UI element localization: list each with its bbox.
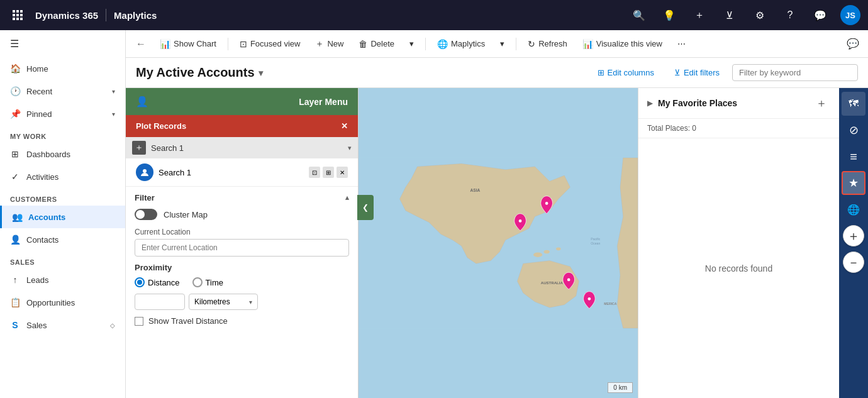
pin-icon: 📌 [10, 109, 20, 119]
search-add-button[interactable]: ＋ [132, 141, 146, 155]
maplytics-dropdown-button[interactable]: ▾ [494, 35, 511, 52]
sidebar-item-recent[interactable]: 🕐 Recent ▾ [0, 80, 125, 102]
accounts-icon: 👥 [12, 212, 22, 222]
search-action-1[interactable]: ⊡ [309, 167, 320, 178]
maplytics-button[interactable]: 🌐 Maplytics [431, 35, 491, 53]
chevron-down-icon: ▾ [112, 88, 115, 95]
chat-sidebar-icon[interactable]: 💬 [843, 34, 863, 54]
time-radio[interactable] [192, 277, 203, 287]
search-action-3[interactable]: ✕ [337, 167, 348, 178]
sidebar-item-activities[interactable]: ✓ Activities [0, 165, 125, 188]
distance-option[interactable]: Distance [135, 277, 180, 287]
chevron-down-icon: ▾ [500, 39, 504, 48]
show-chart-button[interactable]: 📊 Show Chart [153, 35, 223, 53]
kilometres-select[interactable]: Kilometres ▾ [189, 294, 258, 310]
sidebar-item-dashboards[interactable]: ⊞ Dashboards [0, 143, 125, 165]
sidebar-item-pinned[interactable]: 📌 Pinned ▾ [0, 102, 125, 125]
layers-button[interactable]: ⊘ [842, 118, 865, 142]
sidebar-item-leads[interactable]: ↑ Leads [0, 268, 125, 291]
globe-button[interactable]: 🌐 [842, 197, 865, 221]
favorite-places-content: No records found [638, 138, 839, 398]
map-view-button[interactable]: 🗺 [842, 92, 865, 116]
delete-icon: 🗑 [359, 39, 367, 49]
new-icon: ＋ [315, 38, 324, 50]
new-button[interactable]: ＋ New [309, 35, 350, 53]
view-actions: ⊞ Edit columns ⊻ Edit filters [590, 64, 859, 81]
layer-icon: 👤 [136, 96, 148, 108]
svg-rect-1 [16, 10, 19, 13]
scale-bar: 0 km [608, 382, 633, 393]
chat-icon[interactable]: 💬 [810, 5, 830, 25]
panel-toggle-button[interactable]: ❮ [357, 195, 374, 220]
search-item[interactable]: Search 1 ⊡ ⊞ ✕ [126, 158, 358, 187]
filter-chevron-icon[interactable]: ▴ [345, 194, 349, 202]
view-title[interactable]: My Active Accounts ▾ [136, 65, 263, 80]
edit-filters-button[interactable]: ⊻ Edit filters [667, 64, 727, 81]
focused-view-icon: ⊡ [240, 39, 247, 49]
view-title-chevron: ▾ [259, 68, 263, 78]
sidebar-menu-toggle[interactable]: ☰ [0, 30, 125, 57]
list-button[interactable]: ≡ [842, 145, 865, 169]
svg-point-9 [143, 169, 147, 173]
maplytics-panel: 👤 Layer Menu ❮ Plot Records ✕ ＋ Search 1… [126, 88, 359, 398]
top-nav-right: 🔍 💡 ＋ ⊻ ⚙ ? 💬 JS [629, 5, 860, 25]
nav-divider [106, 9, 106, 21]
current-location-input[interactable] [135, 239, 349, 257]
svg-point-11 [533, 252, 542, 257]
help-icon[interactable]: ? [780, 5, 800, 25]
sidebar-item-home[interactable]: 🏠 Home [0, 57, 125, 80]
expand-icon[interactable]: ▶ [647, 99, 653, 108]
lightbulb-icon[interactable]: 💡 [659, 5, 679, 25]
svg-rect-3 [13, 14, 15, 16]
search-icon[interactable]: 🔍 [629, 5, 649, 25]
current-location-label: Current Location [135, 228, 349, 236]
favorites-button[interactable]: ★ [842, 171, 865, 195]
svg-rect-8 [20, 18, 23, 20]
filter-by-keyword-input[interactable] [732, 64, 858, 81]
search-chevron-icon: ▾ [348, 144, 352, 152]
edit-columns-button[interactable]: ⊞ Edit columns [590, 64, 662, 81]
map-svg: ASIA AUSTRALIA Pacific Ocean MERICA [359, 88, 638, 398]
filter-header: Filter ▴ [135, 193, 349, 202]
close-icon[interactable]: ✕ [341, 121, 348, 131]
svg-rect-7 [16, 18, 19, 20]
sales-section-label: Sales [0, 251, 125, 268]
user-avatar[interactable]: JS [840, 5, 860, 25]
my-work-section-label: My Work [0, 125, 125, 143]
dropdown-toggle-button[interactable]: ▾ [403, 35, 420, 52]
search-section[interactable]: ＋ Search 1 ▾ [126, 137, 358, 158]
back-button[interactable]: ← [131, 34, 151, 54]
add-icon[interactable]: ＋ [689, 5, 709, 25]
sidebar-item-label: Contacts [26, 235, 58, 245]
show-travel-distance-checkbox[interactable] [135, 317, 143, 326]
sidebar-item-sales[interactable]: S Sales ◇ [0, 314, 125, 336]
svg-text:Ocean: Ocean [591, 241, 600, 245]
zoom-in-button[interactable]: ＋ [843, 225, 864, 246]
activities-icon: ✓ [10, 172, 20, 182]
distance-radio[interactable] [135, 277, 145, 287]
visualize-button[interactable]: 📊 Visualize this view [576, 35, 669, 53]
sidebar-item-opportunities[interactable]: 📋 Opportunities [0, 291, 125, 314]
refresh-button[interactable]: ↻ Refresh [521, 35, 574, 53]
search-action-2[interactable]: ⊞ [323, 167, 334, 178]
dashboard-icon: ⊞ [10, 149, 20, 159]
refresh-icon: ↻ [528, 39, 535, 49]
zoom-out-button[interactable]: － [843, 252, 864, 273]
map-canvas: ASIA AUSTRALIA Pacific Ocean MERICA [359, 88, 638, 398]
settings-icon[interactable]: ⚙ [750, 5, 770, 25]
sidebar-item-accounts[interactable]: 👥 Accounts [0, 206, 125, 228]
filter-section: Filter ▴ Cluster Map Current Location Pr… [126, 187, 358, 398]
focused-view-button[interactable]: ⊡ Focused view [233, 35, 306, 53]
svg-text:ASIA: ASIA [470, 188, 481, 192]
distance-value-input[interactable] [135, 294, 185, 310]
time-option[interactable]: Time [192, 277, 223, 287]
svg-rect-2 [20, 10, 23, 13]
svg-text:Pacific: Pacific [591, 237, 601, 241]
more-button[interactable]: ⋯ [671, 35, 692, 52]
filter-icon[interactable]: ⊻ [720, 5, 740, 25]
delete-button[interactable]: 🗑 Delete [352, 35, 401, 53]
sidebar-item-contacts[interactable]: 👤 Contacts [0, 228, 125, 251]
cluster-map-toggle[interactable] [135, 209, 157, 220]
add-favorite-place-button[interactable]: ＋ [813, 94, 830, 112]
waffle-icon[interactable] [8, 5, 28, 25]
